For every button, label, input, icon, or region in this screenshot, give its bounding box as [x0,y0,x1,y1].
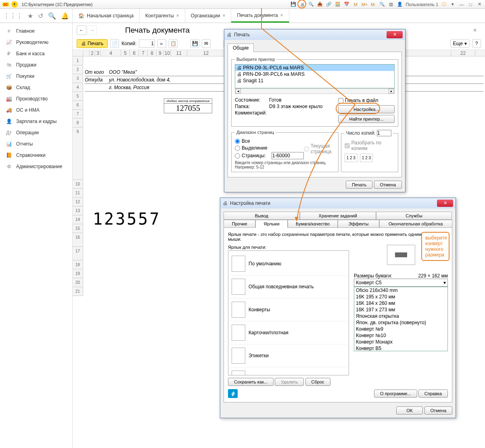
sidebar-item[interactable]: 🚚ОС и НМА [0,104,72,116]
tab-storage[interactable]: Хранение заданий [300,212,376,220]
delete-button[interactable]: Удалить [275,378,304,386]
tab-printdoc[interactable]: Печать документа× [231,9,289,23]
dropdown-icon[interactable]: ▾ [11,1,18,8]
bell-icon[interactable]: 🔔 [61,12,69,20]
tab-common[interactable]: Общие [228,44,254,52]
paper-option[interactable]: 16K 195 x 270 мм [354,294,447,300]
tab-effects[interactable]: Эффекты [338,220,379,228]
settings-button[interactable]: Настройка... [338,105,395,113]
stepper-button[interactable]: ▹ [157,39,166,48]
sidebar-item[interactable]: ₽Банк и касса [0,48,72,59]
tool-icon[interactable]: 📥 [317,1,323,8]
copies-input[interactable] [139,40,155,48]
shortcut-item[interactable]: По умолчанию [230,252,347,275]
printer-item[interactable]: 🖨 Snagit 11 [235,77,394,84]
history-icon[interactable]: ↺ [38,12,43,20]
shortcut-item[interactable]: Прозрачная пленка [230,367,347,375]
zoom-icon[interactable]: 🔍 [379,1,385,8]
paper-option[interactable]: 16K 184 x 260 мм [354,300,447,306]
calc-icon[interactable]: 🧮 [334,1,341,8]
shortcut-item[interactable]: Общая повседневная печать [230,275,347,298]
close-dialog-button[interactable]: ✕ [387,31,403,38]
apps-icon[interactable]: ⋮⋮⋮ [3,12,23,20]
printer-item[interactable]: 🖨 PRN-D9-3L-PCL6 на MARS [235,65,394,71]
setup-dialog-titlebar[interactable]: 🖨 Настройка печати ✕ [220,198,456,208]
tab-contractors[interactable]: Контрагенты× [140,9,185,23]
sidebar-item[interactable]: ⚙Администрирование [0,161,72,172]
save-icon[interactable]: 💾 [290,1,297,8]
paper-option[interactable]: Oficio 216x340 mm [354,287,447,294]
shortcut-item[interactable]: Карточки/плотная [230,321,347,344]
pages-input[interactable] [272,152,304,159]
preview-button[interactable]: 📄 [110,39,119,48]
sidebar-item[interactable]: 🏭Производство [0,93,72,104]
range-sel-radio[interactable] [235,146,240,151]
shortcut-item[interactable]: Этикетки [230,344,347,367]
dialog-cancel-button[interactable]: Отмена [374,181,402,189]
sidebar-item[interactable]: ДтОперации [0,127,72,138]
save-as-button[interactable]: Сохранить как... [228,378,274,386]
ok-button[interactable]: OK [396,406,423,415]
num-copies-input[interactable] [377,130,391,136]
info-icon[interactable]: ⓘ [441,1,447,8]
paper-option[interactable]: Конверт №9 [354,326,447,332]
back-button[interactable]: ← [77,25,86,35]
windows-icon[interactable]: ▥ [388,1,394,8]
paper-option[interactable]: Япон. дв. открытка (повернуто) [354,319,447,326]
scrollbar[interactable]: ◂▸ [235,88,395,94]
tab-paper[interactable]: Бумага/качество [288,220,338,228]
sidebar-item[interactable]: 📊Отчеты [0,138,72,150]
save-button[interactable]: 💾 [190,39,199,48]
sidebar-item[interactable]: 📈Руководителю [0,37,72,48]
help-button[interactable]: Справка [418,390,448,398]
paper-size-combo[interactable]: Конверт C5▾ [354,279,448,287]
tab-finishing[interactable]: Окончательная обработка [379,220,452,228]
print-button[interactable]: 🖨Печать [77,39,108,48]
paper-option[interactable]: Конверт Монарх [354,339,447,345]
close-tab-icon[interactable]: × [176,13,179,19]
reset-button[interactable]: Сброс [305,378,330,386]
mail-button[interactable]: ✉ [202,39,211,48]
range-all-radio[interactable] [235,139,240,144]
tab-home[interactable]: 🏠Начальная страница [73,9,140,23]
sidebar-item[interactable]: 🛒Покупки [0,71,72,82]
paper-option[interactable]: 16K 197 x 273 мм [354,306,447,313]
sidebar-item[interactable]: 🛍Продажи [0,59,72,71]
print-to-file-checkbox[interactable] [338,98,343,103]
sidebar-item[interactable]: 📦Склад [0,82,72,93]
sidebar-item[interactable]: 👤Зарплата и кадры [0,116,72,127]
tab-output[interactable]: Вывод [224,212,300,220]
dropdown2-icon[interactable]: ▾ [449,1,456,8]
tab-services[interactable]: Службы [376,212,452,220]
printer-item[interactable]: 🖨 PRN-D9-3R-PCL6 на MARS [235,71,394,77]
printer-list[interactable]: 🖨 PRN-D9-3L-PCL6 на MARS🖨 PRN-D9-3R-PCL6… [235,64,395,88]
mplus-icon[interactable]: M+ [361,1,368,8]
star-icon[interactable]: ★ [27,12,33,20]
close-tab-icon[interactable]: × [280,13,283,18]
preview-icon[interactable]: 🔍 [308,1,314,8]
print-dialog-titlebar[interactable]: 🖨 Печать ✕ [224,29,405,40]
tab-orgs[interactable]: Организации× [185,9,232,23]
find-printer-button[interactable]: Найти принтер... [338,115,395,123]
paper-option[interactable]: Конверт B5 [354,345,447,351]
sidebar-item[interactable]: 📙Справочники [0,150,72,161]
maximize-icon[interactable]: □ [467,1,474,8]
paper-size-list[interactable]: Oficio 216x340 mm16K 195 x 270 мм16K 184… [354,287,448,351]
close-icon[interactable]: ✕ [476,1,483,8]
tab-shortcuts[interactable]: Ярлыки [255,220,287,228]
close-page-icon[interactable]: ✕ [473,27,477,33]
tool2-icon[interactable]: 🔗 [326,1,332,8]
search-icon[interactable]: 🔍 [48,12,56,20]
more-button[interactable]: Еще▾ [450,40,470,48]
close-dialog-button[interactable]: ✕ [437,200,453,207]
forward-button[interactable]: → [87,25,97,35]
help-button[interactable]: ? [472,39,481,48]
close-tab-icon[interactable]: × [222,13,225,19]
shortcut-item[interactable]: Конверты [230,298,347,321]
sum-button[interactable]: 📋 [169,39,178,48]
shortcut-list[interactable]: По умолчаниюОбщая повседневная печатьКон… [228,250,349,375]
range-pages-radio[interactable] [235,153,240,158]
calendar-icon[interactable]: 📅 [343,1,350,8]
print-icon[interactable]: 🖨 [299,1,305,8]
tab-other[interactable]: Прочие [224,220,255,228]
